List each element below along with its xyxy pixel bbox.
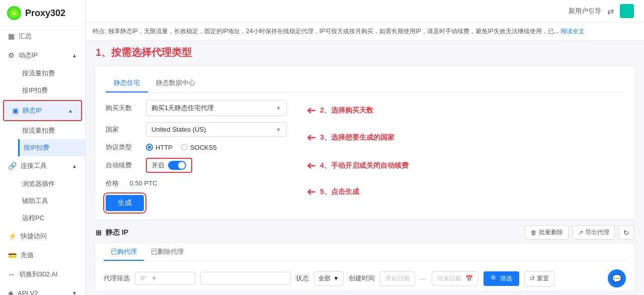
section-title: ⊞ 静态 IP bbox=[96, 228, 128, 237]
radio-socks5-label: SOCKS5 bbox=[190, 144, 217, 151]
sidebar-item-browser-plugin[interactable]: 浏览器插件 bbox=[18, 175, 85, 192]
notice-link[interactable]: 阅读全文 bbox=[560, 28, 585, 35]
date-end-placeholder: 结束日期 bbox=[437, 274, 461, 283]
sidebar-item-label: 动态IP bbox=[19, 51, 38, 60]
sidebar-item-static-ip-billing[interactable]: 按IP扣费 bbox=[18, 139, 85, 156]
chevron-down-icon: ▼ bbox=[333, 275, 339, 282]
sidebar-item-label: 按流量扣费 bbox=[22, 69, 55, 78]
notice-text: 特点: 独享静态IP，无限流量，长效稳定，固定的IP地址，24小时保持在线稳定代… bbox=[93, 28, 559, 35]
toggle-switch[interactable] bbox=[168, 161, 186, 170]
content-area: ➔ 1、按需选择代理类型 静态住宅 静态数据中心 购买天数 购买1天静态住宅代理… bbox=[86, 41, 644, 290]
step2-label: 2、选择购买天数 bbox=[320, 106, 373, 115]
api-icon: ◈ bbox=[8, 289, 14, 295]
days-label: 购买天数 bbox=[106, 104, 141, 113]
sidebar-item-summary[interactable]: ▦ 汇总 bbox=[0, 27, 85, 46]
section-title-text: 静态 IP bbox=[106, 228, 128, 237]
proxy-type-tabs: 静态住宅 静态数据中心 bbox=[106, 74, 624, 93]
reset-button[interactable]: ↺ 重置 bbox=[524, 271, 554, 286]
reset-icon: ↺ bbox=[530, 275, 535, 282]
sidebar-item-aux-tools[interactable]: 辅助工具 bbox=[18, 192, 85, 210]
protocol-options: HTTP SOCKS5 bbox=[146, 144, 217, 151]
logo: ● Proxy302 bbox=[0, 0, 85, 27]
sidebar-item-label: 充值 bbox=[21, 251, 34, 260]
sidebar-item-switch[interactable]: ↔ 切换到302.AI bbox=[0, 265, 85, 284]
sidebar-item-remote-pc[interactable]: 远程PC bbox=[18, 210, 85, 227]
auto-renew-label: 自动续费 bbox=[106, 161, 141, 170]
country-select[interactable]: United States (US) ▼ bbox=[146, 122, 287, 137]
tab-static-datacenter[interactable]: 静态数据中心 bbox=[148, 74, 203, 92]
sidebar-item-ip-billing[interactable]: 按IP扣费 bbox=[18, 82, 85, 99]
translate-icon[interactable]: ⇄ bbox=[607, 7, 614, 16]
new-user-guide-link[interactable]: 新用户引导 bbox=[569, 7, 601, 16]
status-select[interactable]: 全部 ▼ bbox=[314, 271, 344, 286]
protocol-label: 协议类型 bbox=[106, 143, 141, 152]
sidebar-item-recharge[interactable]: 💳 充值 bbox=[0, 246, 85, 265]
proxy-filter-placeholder: IP bbox=[140, 275, 146, 282]
toggle-thumb bbox=[178, 162, 185, 169]
grid-icon: ⊞ bbox=[96, 229, 102, 237]
chat-button[interactable]: 💬 bbox=[608, 269, 626, 287]
price-value: 0.50 PTC bbox=[130, 179, 157, 187]
calendar-icon: 📅 bbox=[465, 275, 473, 282]
avatar[interactable] bbox=[620, 4, 634, 18]
sidebar-item-label: 按IP扣费 bbox=[22, 86, 48, 95]
sidebar-item-static-traffic[interactable]: 按流量扣费 bbox=[18, 122, 85, 139]
sidebar-item-static-ip[interactable]: ▣ 静态IP ▲ bbox=[3, 100, 82, 121]
sidebar-item-label: 快捷访问 bbox=[21, 232, 47, 241]
sidebar-item-api-v2[interactable]: ◈ API V2 ▼ bbox=[0, 284, 85, 295]
step3-annotation: ➔ 3、选择想要生成的国家 bbox=[307, 131, 624, 144]
date-end-input[interactable]: 结束日期 📅 bbox=[432, 271, 478, 286]
connect-tools-icon: 🔗 bbox=[8, 162, 17, 170]
tab-static-residential[interactable]: 静态住宅 bbox=[106, 74, 148, 92]
radio-http[interactable]: HTTP bbox=[146, 144, 173, 151]
annotations-column: ➔ 2、选择购买天数 ➔ 3、选择想要生成的国家 ➔ 4、手动开启或关闭自动续费 bbox=[297, 100, 624, 211]
proxy-filter-label: 代理筛选 bbox=[104, 274, 130, 283]
days-select[interactable]: 购买1天静态住宅代理 ▼ bbox=[146, 100, 287, 116]
recharge-icon: 💳 bbox=[8, 251, 17, 259]
country-label: 国家 bbox=[106, 125, 141, 134]
days-value: 购买1天静态住宅代理 bbox=[151, 104, 214, 113]
sidebar-item-label: 浏览器插件 bbox=[22, 179, 55, 188]
sub-tab-deleted[interactable]: 已删除代理 bbox=[144, 244, 191, 261]
step1-container: ➔ 1、按需选择代理类型 bbox=[96, 41, 634, 62]
sub-tab-purchased[interactable]: 已购代理 bbox=[104, 244, 144, 261]
protocol-row: 协议类型 HTTP SOCKS5 bbox=[106, 143, 287, 152]
refresh-button[interactable]: ↻ bbox=[619, 225, 634, 240]
status-value: 全部 bbox=[318, 274, 331, 283]
step5-label: 5、点击生成 bbox=[320, 187, 359, 196]
sidebar-item-connect-tools[interactable]: 🔗 连接工具 ▲ bbox=[0, 156, 85, 175]
export-proxy-button[interactable]: ↗ 导出代理 bbox=[573, 225, 615, 240]
logo-icon: ● bbox=[7, 6, 21, 20]
date-start-input[interactable]: 开始日期 bbox=[380, 271, 415, 286]
auto-renew-status: 开启 bbox=[152, 161, 164, 170]
notice-bar: 特点: 独享静态IP，无限流量，长效稳定，固定的IP地址，24小时保持在线稳定代… bbox=[86, 23, 644, 41]
sidebar: ● Proxy302 ▦ 汇总 ⚙ 动态IP ▲ 按流量扣费 按IP扣费 ▣ 静… bbox=[0, 0, 86, 295]
radio-http-dot bbox=[146, 144, 153, 151]
radio-socks5[interactable]: SOCKS5 bbox=[181, 144, 217, 151]
proxy-filter-input[interactable]: IP ▼ bbox=[135, 272, 195, 285]
generate-button[interactable]: 生成 bbox=[106, 195, 144, 211]
sub-tabs: 已购代理 已删除代理 bbox=[104, 244, 626, 261]
logo-text: Proxy302 bbox=[25, 8, 65, 19]
chevron-up-icon: ▲ bbox=[68, 108, 73, 114]
bulk-delete-button[interactable]: 🗑 批量删除 bbox=[525, 225, 569, 240]
days-row: 购买天数 购买1天静态住宅代理 ▼ bbox=[106, 100, 287, 116]
price-label: 价格 bbox=[106, 179, 119, 187]
country-row: 国家 United States (US) ▼ bbox=[106, 122, 287, 137]
search-button[interactable]: 🔍 筛选 bbox=[484, 271, 519, 286]
chevron-down-icon: ▼ bbox=[72, 290, 77, 296]
sidebar-item-label: 汇总 bbox=[19, 32, 32, 41]
step3-label: 3、选择想要生成的国家 bbox=[320, 133, 394, 142]
main-content: 新用户引导 ⇄ 特点: 独享静态IP，无限流量，长效稳定，固定的IP地址，24小… bbox=[86, 0, 644, 295]
proxy-text-input[interactable] bbox=[200, 272, 291, 285]
sidebar-item-label: 按IP扣费 bbox=[24, 143, 49, 152]
search-icon: 🔍 bbox=[491, 275, 498, 282]
sidebar-item-label: API V2 bbox=[18, 289, 38, 296]
sidebar-item-quick-access[interactable]: ⚡ 快捷访问 bbox=[0, 227, 85, 246]
sidebar-item-traffic-billing[interactable]: 按流量扣费 bbox=[18, 65, 85, 82]
sidebar-item-dynamic-ip[interactable]: ⚙ 动态IP ▲ bbox=[0, 46, 85, 65]
step2-annotation: ➔ 2、选择购买天数 bbox=[307, 104, 624, 117]
section-actions: 🗑 批量删除 ↗ 导出代理 ↻ bbox=[525, 225, 634, 240]
form-card: 静态住宅 静态数据中心 购买天数 购买1天静态住宅代理 ▼ bbox=[96, 66, 634, 219]
price-row: 价格 0.50 PTC bbox=[106, 179, 287, 188]
